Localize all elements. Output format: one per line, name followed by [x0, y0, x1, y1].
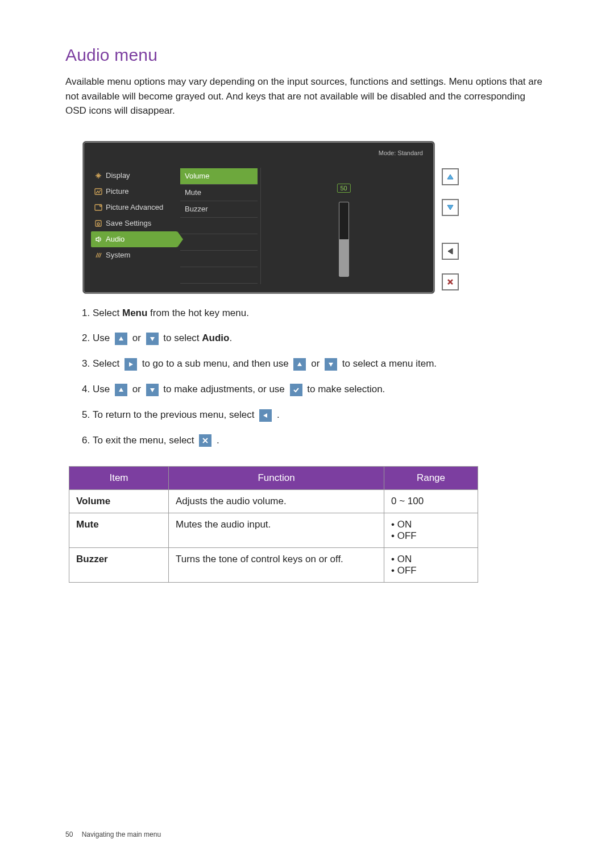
menu-item-system[interactable]: System — [91, 247, 177, 263]
svg-rect-1 — [95, 205, 102, 210]
picture-icon — [94, 188, 102, 196]
menu-item-label: Audio — [106, 235, 125, 243]
down-arrow-icon — [146, 384, 159, 396]
osd-value-slider[interactable] — [339, 202, 349, 277]
th-item: Item — [69, 466, 169, 489]
svg-marker-7 — [448, 248, 453, 254]
step-5: To return to the previous menu, select . — [93, 407, 549, 423]
display-icon — [94, 172, 102, 180]
down-arrow-icon — [325, 358, 337, 371]
up-arrow-icon — [115, 333, 127, 345]
cell-item: Buzzer — [69, 547, 169, 582]
osd-value-panel: 50 — [260, 168, 426, 284]
osd-main-menu: Display Picture Picture Advanced Sa — [91, 168, 177, 284]
osd-options: Volume Mute Buzzer — [180, 168, 258, 284]
up-arrow-icon — [115, 384, 127, 396]
nav-back-button[interactable] — [442, 243, 459, 260]
menu-item-label: Picture — [106, 187, 128, 196]
svg-marker-17 — [263, 413, 267, 418]
osd-side-buttons — [442, 141, 459, 294]
menu-item-picture[interactable]: Picture — [91, 184, 177, 200]
nav-up-button[interactable] — [442, 168, 459, 185]
instruction-list: Select Menu from the hot key menu. Use o… — [65, 305, 549, 449]
svg-marker-16 — [150, 388, 155, 392]
cell-item: Mute — [69, 513, 169, 547]
cell-range: 0 ~ 100 — [384, 489, 478, 513]
cell-range: • ON • OFF — [384, 513, 478, 547]
settings-table: Item Function Range Volume Adjusts the a… — [69, 466, 478, 583]
system-icon — [94, 251, 102, 259]
step-2: Use or to select Audio. — [93, 330, 549, 347]
osd-screen: Mode: Standard Display Picture — [82, 141, 435, 294]
step-4: Use or to make adjustments, or use to ma… — [93, 381, 549, 398]
menu-item-save-settings[interactable]: Save Settings — [91, 215, 177, 231]
th-range: Range — [384, 466, 478, 489]
cell-function: Mutes the audio input. — [169, 513, 384, 547]
footer-section: Navigating the main menu — [82, 830, 161, 838]
option-label: Mute — [185, 188, 201, 197]
table-row: Mute Mutes the audio input. • ON • OFF — [69, 513, 478, 547]
svg-marker-10 — [119, 337, 123, 340]
option-volume[interactable]: Volume — [180, 168, 258, 185]
option-buzzer[interactable]: Buzzer — [180, 201, 258, 218]
cell-range: • ON • OFF — [384, 547, 478, 582]
left-arrow-icon — [259, 409, 272, 422]
page-heading: Audio menu — [65, 45, 549, 65]
th-function: Function — [169, 466, 384, 489]
close-x-icon — [199, 434, 211, 447]
audio-icon — [94, 235, 102, 243]
svg-marker-13 — [297, 362, 302, 366]
right-arrow-icon — [125, 358, 137, 371]
menu-item-label: Picture Advanced — [106, 203, 163, 211]
up-arrow-icon — [293, 358, 306, 371]
cell-function: Turns the tone of control keys on or off… — [169, 547, 384, 582]
step-3: Select to go to a sub menu, and then use… — [93, 356, 549, 372]
svg-marker-6 — [447, 205, 453, 210]
table-row: Volume Adjusts the audio volume. 0 ~ 100 — [69, 489, 478, 513]
svg-marker-5 — [447, 175, 453, 179]
menu-item-picture-advanced[interactable]: Picture Advanced — [91, 200, 177, 215]
step-1: Select Menu from the hot key menu. — [93, 305, 549, 322]
menu-item-audio[interactable]: Audio — [91, 231, 177, 247]
intro-paragraph: Available menu options may vary dependin… — [65, 74, 549, 118]
option-label: Buzzer — [185, 205, 208, 213]
svg-marker-14 — [329, 363, 333, 367]
option-label: Volume — [185, 172, 209, 180]
nav-down-button[interactable] — [442, 199, 459, 216]
down-arrow-icon — [146, 333, 159, 345]
page-number: 50 — [65, 830, 73, 838]
svg-point-4 — [97, 223, 99, 225]
menu-item-label: System — [106, 251, 130, 259]
check-icon — [290, 384, 302, 396]
osd-mode-label: Mode: Standard — [91, 149, 426, 156]
nav-exit-button[interactable] — [442, 273, 459, 290]
osd-value: 50 — [337, 184, 350, 193]
save-icon — [94, 219, 102, 227]
menu-item-label: Display — [106, 171, 130, 180]
cell-function: Adjusts the audio volume. — [169, 489, 384, 513]
menu-item-label: Save Settings — [106, 219, 151, 227]
menu-item-display[interactable]: Display — [91, 168, 177, 184]
page-footer: 50 Navigating the main menu — [65, 830, 161, 838]
step-6: To exit the menu, select . — [93, 433, 549, 449]
table-row: Buzzer Turns the tone of control keys on… — [69, 547, 478, 582]
svg-marker-11 — [150, 337, 155, 341]
option-mute[interactable]: Mute — [180, 185, 258, 201]
cell-item: Volume — [69, 489, 169, 513]
svg-marker-12 — [129, 362, 133, 367]
svg-point-2 — [100, 205, 102, 206]
svg-marker-15 — [119, 388, 123, 392]
picture-adv-icon — [94, 203, 102, 211]
